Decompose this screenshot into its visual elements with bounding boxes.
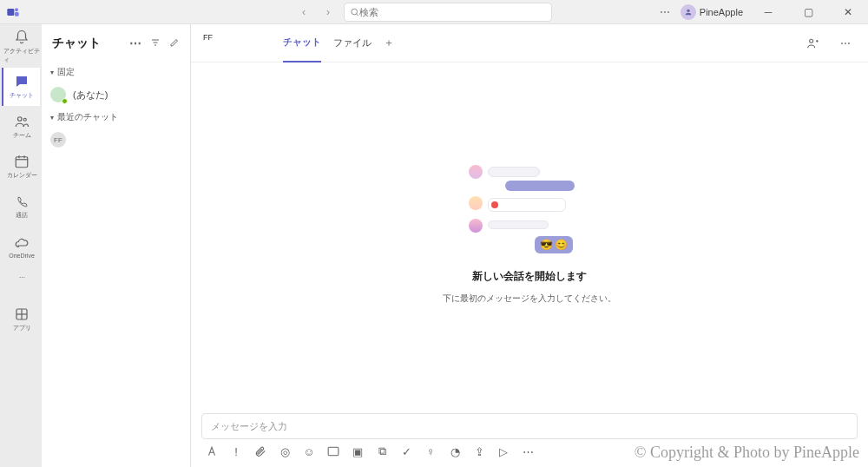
- emoji-icon[interactable]: ☺: [302, 444, 316, 458]
- svg-point-18: [810, 39, 813, 43]
- message-input[interactable]: メッセージを入力: [201, 413, 858, 439]
- chat-item-label: (あなた): [73, 89, 108, 102]
- titlebar: ‹ › ⋯ PineApple ─ ▢ ✕: [0, 0, 868, 24]
- add-tab-button[interactable]: ＋: [384, 36, 394, 50]
- nav-forward-button[interactable]: ›: [319, 3, 337, 21]
- viva-icon[interactable]: ♀: [424, 444, 437, 458]
- tab-chat[interactable]: チャット: [283, 23, 321, 62]
- user-avatar-icon: [681, 4, 696, 20]
- caret-down-icon: ▾: [50, 69, 54, 76]
- user-profile-button[interactable]: PineApple: [681, 4, 743, 20]
- people-icon: [14, 114, 30, 129]
- chat-main: FF チャット ファイル ＋ ⋯ 😎😊 新し: [191, 24, 868, 467]
- svg-rect-0: [7, 9, 14, 16]
- section-label: 最近のチャット: [57, 111, 118, 123]
- caret-down-icon: ▾: [50, 114, 54, 122]
- rail-label: カレンダー: [7, 171, 37, 180]
- svg-point-3: [352, 9, 358, 15]
- username-label: PineApple: [700, 7, 743, 17]
- contact-avatar-icon: FF: [50, 132, 66, 148]
- empty-state: 😎😊 新しい会話を開始します 下に最初のメッセージを入力してください。: [191, 62, 868, 406]
- rail-more[interactable]: ⋯: [2, 267, 40, 288]
- rail-label: チャット: [10, 91, 34, 100]
- calendar-icon: [14, 154, 30, 169]
- close-button[interactable]: ✕: [833, 0, 863, 24]
- new-chat-icon[interactable]: [169, 36, 180, 50]
- search-icon: [350, 7, 359, 17]
- rail-label: アプリ: [13, 324, 31, 332]
- priority-icon[interactable]: !: [229, 444, 243, 458]
- format-icon[interactable]: [205, 444, 219, 458]
- gif-icon[interactable]: [326, 444, 340, 458]
- svg-rect-8: [16, 157, 28, 168]
- chat-list-panel: チャット ⋯ ▾ 固定 (あなた) ▾ 最近のチャット FF: [42, 24, 191, 467]
- svg-point-1: [15, 8, 18, 11]
- compose-more-icon[interactable]: ⋯: [521, 444, 535, 458]
- rail-calls[interactable]: 通話: [2, 187, 40, 226]
- rail-onedrive[interactable]: OneDrive: [2, 227, 40, 266]
- attach-icon[interactable]: [253, 444, 267, 458]
- bell-icon: [14, 30, 30, 45]
- chat-item-self[interactable]: (あなた): [42, 82, 190, 108]
- chat-item-recent[interactable]: FF: [42, 127, 190, 153]
- schedule-icon[interactable]: ▷: [496, 444, 510, 458]
- filter-icon[interactable]: [150, 36, 161, 50]
- rail-label: 通話: [16, 211, 28, 220]
- section-label: 固定: [57, 66, 75, 78]
- compose-area: メッセージを入力 ! ◎ ☺ ▣ ⧉ ✓ ♀ ◔ ⇪ ▷ ⋯: [191, 406, 868, 467]
- chat-icon: [14, 74, 30, 89]
- teams-app-icon: [0, 5, 26, 19]
- compose-toolbar: ! ◎ ☺ ▣ ⧉ ✓ ♀ ◔ ⇪ ▷ ⋯: [201, 439, 858, 464]
- nav-back-button[interactable]: ‹: [295, 3, 312, 21]
- message-placeholder: メッセージを入力: [211, 420, 287, 433]
- stream-icon[interactable]: ◔: [448, 444, 462, 458]
- rail-chat[interactable]: チャット: [2, 68, 40, 106]
- actions-icon[interactable]: ⧉: [375, 444, 389, 458]
- svg-rect-2: [15, 12, 19, 16]
- svg-rect-21: [328, 447, 339, 455]
- rail-activity[interactable]: アクティビティ: [2, 28, 40, 66]
- chat-header: FF チャット ファイル ＋ ⋯: [191, 24, 868, 62]
- chat-list-more-icon[interactable]: ⋯: [129, 36, 141, 50]
- rail-calendar[interactable]: カレンダー: [2, 148, 40, 186]
- apps-icon: [14, 306, 30, 322]
- search-input[interactable]: [359, 7, 546, 17]
- svg-point-7: [23, 118, 26, 121]
- rail-label: チーム: [13, 131, 31, 140]
- self-avatar-icon: [50, 87, 66, 102]
- svg-point-5: [687, 9, 689, 11]
- chat-list-title: チャット: [52, 36, 101, 51]
- rail-label: OneDrive: [9, 253, 35, 259]
- share-icon[interactable]: ⇪: [472, 444, 486, 458]
- add-people-icon[interactable]: [802, 33, 823, 54]
- section-recent[interactable]: ▾ 最近のチャット: [42, 108, 190, 127]
- tab-file[interactable]: ファイル: [333, 24, 372, 62]
- sticker-icon[interactable]: ▣: [351, 444, 365, 458]
- empty-illustration: 😎😊: [469, 165, 590, 260]
- empty-title: 新しい会話を開始します: [472, 269, 587, 284]
- search-box[interactable]: [344, 3, 552, 22]
- loop-icon[interactable]: ◎: [278, 444, 292, 458]
- app-rail: アクティビティ チャット チーム カレンダー 通話 OneDrive ⋯ アプリ: [0, 24, 42, 467]
- phone-icon: [14, 194, 30, 209]
- presence-available-icon: [62, 98, 68, 104]
- cloud-icon: [14, 235, 30, 251]
- svg-point-6: [18, 117, 23, 122]
- approvals-icon[interactable]: ✓: [399, 444, 413, 458]
- rail-label: アクティビティ: [3, 47, 40, 64]
- maximize-button[interactable]: ▢: [793, 0, 823, 24]
- ellipsis-icon: ⋯: [19, 274, 25, 281]
- svg-line-4: [357, 13, 358, 15]
- header-more-icon[interactable]: ⋯: [835, 33, 856, 54]
- titlebar-more-icon[interactable]: ⋯: [660, 6, 670, 18]
- rail-apps[interactable]: アプリ: [2, 300, 40, 339]
- section-pinned[interactable]: ▾ 固定: [42, 62, 190, 82]
- rail-teams[interactable]: チーム: [2, 108, 40, 146]
- minimize-button[interactable]: ─: [753, 0, 783, 24]
- empty-subtitle: 下に最初のメッセージを入力してください。: [443, 293, 616, 305]
- chat-header-avatar: FF: [203, 33, 224, 54]
